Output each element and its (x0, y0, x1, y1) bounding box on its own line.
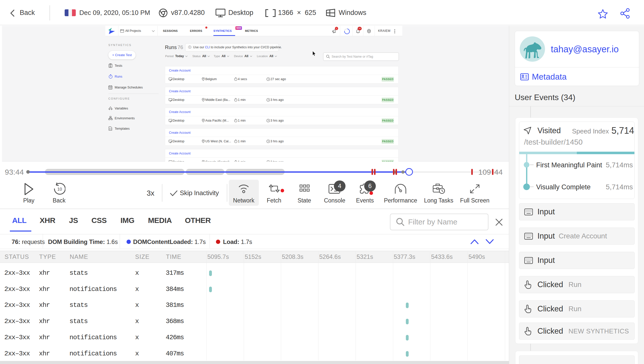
svg-text:10: 10 (57, 187, 62, 191)
